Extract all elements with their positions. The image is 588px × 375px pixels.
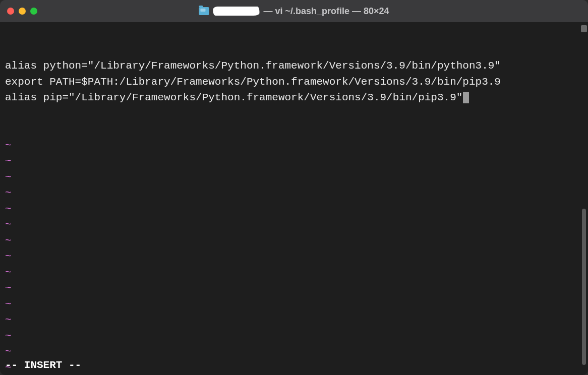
empty-line-tilde: ~ <box>5 296 583 312</box>
empty-line-tilde: ~ <box>5 312 583 328</box>
empty-line-tilde: ~ <box>5 153 583 169</box>
window-title: — vi ~/.bash_profile — 80×24 <box>199 6 389 17</box>
empty-line-tilde: ~ <box>5 201 583 217</box>
empty-line-tilde: ~ <box>5 217 583 233</box>
maximize-window-button[interactable] <box>30 8 37 15</box>
empty-line-tilde: ~ <box>5 280 583 296</box>
scroll-indicator-icon <box>581 25 587 32</box>
terminal-viewport[interactable]: alias python="/Library/Frameworks/Python… <box>0 22 588 375</box>
empty-line-tilde: ~ <box>5 344 583 360</box>
empty-line-tilde: ~ <box>5 233 583 249</box>
empty-line-tilde: ~ <box>5 138 583 154</box>
file-line: alias python="/Library/Frameworks/Python… <box>5 58 583 74</box>
redacted-username <box>213 7 259 16</box>
empty-lines: ~~~~~~~~~~~~~~~~~~~ <box>5 138 583 376</box>
text-cursor <box>463 92 469 103</box>
file-line: export PATH=$PATH:/Library/Frameworks/Py… <box>5 74 583 90</box>
close-window-button[interactable] <box>7 8 14 15</box>
traffic-lights <box>7 8 37 15</box>
empty-line-tilde: ~ <box>5 185 583 201</box>
vi-mode-status: -- INSERT -- <box>5 357 81 373</box>
scrollbar-track[interactable] <box>581 22 587 375</box>
empty-line-tilde: ~ <box>5 328 583 344</box>
empty-line-tilde: ~ <box>5 360 583 376</box>
scrollbar-thumb[interactable] <box>582 209 586 365</box>
file-content: alias python="/Library/Frameworks/Python… <box>5 58 583 106</box>
empty-line-tilde: ~ <box>5 265 583 281</box>
minimize-window-button[interactable] <box>19 8 26 15</box>
window-title-text: — vi ~/.bash_profile — 80×24 <box>263 6 389 17</box>
folder-icon <box>199 7 209 15</box>
empty-line-tilde: ~ <box>5 248 583 265</box>
file-line: alias pip="/Library/Frameworks/Python.fr… <box>5 90 583 106</box>
window-titlebar: — vi ~/.bash_profile — 80×24 <box>0 0 588 22</box>
empty-line-tilde: ~ <box>5 169 583 185</box>
